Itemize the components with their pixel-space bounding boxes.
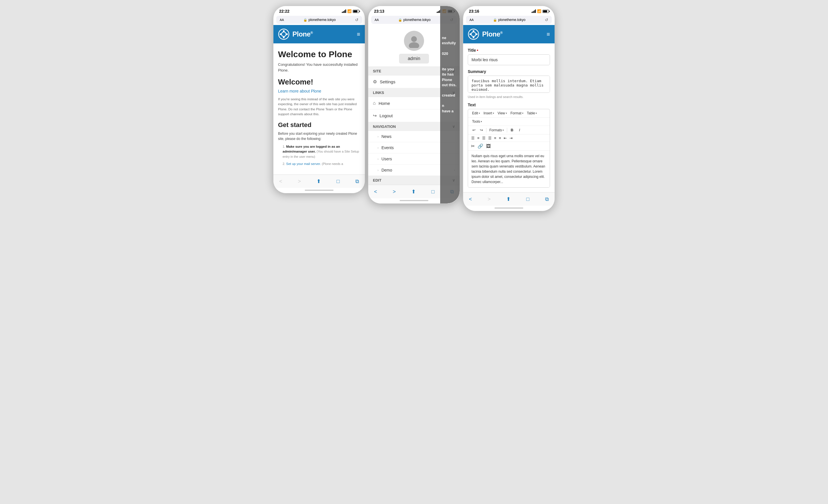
home-indicator-1 [274,188,365,193]
svg-point-4 [280,33,282,35]
summary-input[interactable]: faucibus mollis interdum. Etiam porta se… [468,76,550,93]
tools-menu[interactable]: Tools ▾ [470,119,484,125]
svg-point-7 [409,42,419,48]
address-aa-3: AA [469,18,474,21]
italic-button[interactable]: I [516,127,523,133]
tabs-button-3[interactable]: ⧉ [544,195,550,203]
battery-icon-3 [542,10,549,13]
hamburger-icon-3[interactable]: ≡ [546,31,550,38]
formats-dropdown[interactable]: Formats ▾ [488,127,505,133]
chevron-demo: › [377,168,379,172]
format-menu[interactable]: Format ▾ [509,110,525,116]
reload-icon-1[interactable]: ↺ [355,17,359,22]
phone-content-1: Welcome to Plone Congratulations! You ha… [274,43,365,174]
align-toolbar: ☰ ≡ ☰ ☰ ≡ ≡ ⇤ ⇥ [468,134,550,142]
insert-menu[interactable]: Insert ▾ [482,110,496,116]
table-menu[interactable]: Table ▾ [525,110,539,116]
svg-point-9 [471,32,476,37]
undo-button[interactable]: ↩ [470,127,477,133]
get-started-title: Get started [278,121,360,129]
bold-button[interactable]: B [508,127,515,133]
align-justify[interactable]: ☰ [487,135,493,141]
list-item-1: 1. Make sure you are logged in as an adm… [278,144,360,159]
welcome-title: Welcome to Plone [278,49,360,59]
forward-button-3[interactable]: > [487,195,492,203]
share-button-3[interactable]: ⬆ [505,195,512,203]
bookmark-button-1[interactable]: □ [335,177,341,186]
editor-content-area[interactable]: Nullam quis risus eget urna mollis ornar… [468,150,550,187]
align-left[interactable]: ☰ [470,135,475,141]
list-unordered[interactable]: ≡ [493,135,497,141]
image-button[interactable]: 🖼 [486,143,491,149]
editor-toolbar-row-1: ↩ ↪ Formats ▾ B I [468,126,550,134]
text-label: Text [468,103,550,107]
plone-logo-3: Plone® [468,29,503,40]
browser-bottom-3: < > ⬆ □ ⧉ [463,192,554,206]
required-indicator: • [477,48,479,53]
edit-menu[interactable]: Edit ▾ [470,110,482,116]
home-indicator-3 [463,206,554,211]
status-icons-3: 📶 [532,9,549,13]
events-label: Events [381,145,394,150]
demo-label: Demo [381,168,392,172]
settings-label: Settings [380,79,395,84]
svg-point-12 [469,33,471,35]
phone-3: 23:16 📶 AA 🔒 plonetheme.tokyo ↺ [463,6,555,211]
tabs-button-1[interactable]: ⧉ [354,177,360,186]
back-button-3[interactable]: < [468,195,473,203]
forward-button-1[interactable]: > [297,177,302,186]
bookmark-button-3[interactable]: □ [525,195,531,203]
svg-point-10 [473,30,474,32]
bookmark-button-2[interactable]: □ [430,188,436,196]
svg-point-2 [283,30,285,32]
signal-icon-3 [532,9,536,13]
svg-point-5 [286,33,288,35]
indent-in[interactable]: ⇥ [508,135,513,141]
address-bar-1[interactable]: AA 🔒 plonetheme.tokyo ↺ [276,16,362,24]
back-button-2[interactable]: < [373,188,378,196]
indent-out[interactable]: ⇤ [503,135,508,141]
logout-label: Logout [379,113,393,118]
svg-point-1 [282,32,286,37]
title-input[interactable] [468,54,550,65]
view-menu[interactable]: View ▾ [496,110,509,116]
page-overlay: ne essfully 020 ite you ite has Plone ou… [440,6,460,203]
forward-button-2[interactable]: > [391,188,397,196]
title-label: Title • [468,48,550,53]
lock-icon-1: 🔒 [303,18,307,22]
address-url-3: 🔒 plonetheme.tokyo [476,18,542,22]
mail-server-link[interactable]: Set up your mail server. [286,162,321,166]
address-url-1: 🔒 plonetheme.tokyo [286,18,353,22]
summary-hint: Used in item listings and search results… [468,95,550,99]
scissors-button[interactable]: ✂ [470,143,475,149]
share-button-1[interactable]: ⬆ [316,177,322,186]
address-aa-1: AA [280,18,284,21]
link-button[interactable]: 🔗 [477,143,484,149]
svg-point-6 [411,36,417,42]
learn-link[interactable]: Learn more about Plone [278,89,360,93]
signal-icon-1 [342,9,346,13]
redo-button[interactable]: ↪ [478,127,485,133]
align-center[interactable]: ≡ [477,135,481,141]
home-icon: ⌂ [373,101,376,106]
align-right[interactable]: ☰ [481,135,487,141]
url-text-1: plonetheme.tokyo [308,18,336,22]
svg-point-3 [283,37,285,38]
hamburger-icon-1[interactable]: ≡ [357,31,360,38]
plone-logo-1: Plone® [278,29,313,40]
url-text-3: plonetheme.tokyo [498,18,526,22]
share-button-2[interactable]: ⬆ [410,187,417,196]
url-text-2: plonetheme.tokyo [403,18,431,22]
wifi-icon-1: 📶 [347,9,351,13]
summary-label: Summary [468,69,550,74]
lock-icon-3: 🔒 [493,18,497,22]
reload-icon-3[interactable]: ↺ [545,17,548,22]
chevron-news: › [377,135,379,138]
avatar [404,31,424,51]
welcome-content-1: Welcome to Plone Congratulations! You ha… [274,43,365,174]
status-time-3: 23:16 [469,9,479,13]
address-bar-3[interactable]: AA 🔒 plonetheme.tokyo ↺ [466,16,552,24]
plone-header-1: Plone® ≡ [274,25,365,43]
list-ordered[interactable]: ≡ [498,135,502,141]
back-button-1[interactable]: < [278,177,284,186]
